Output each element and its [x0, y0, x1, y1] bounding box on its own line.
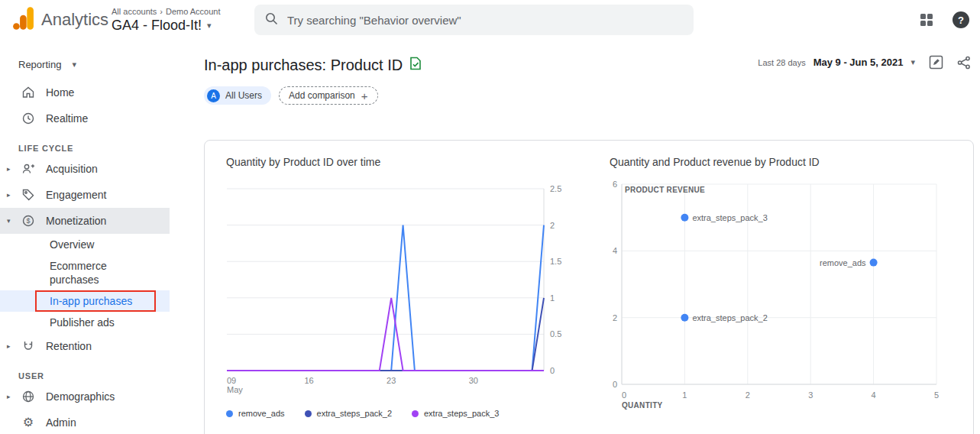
line-chart-panel: Quantity by Product ID over time 00.511.… [226, 156, 570, 434]
analytics-logo[interactable]: Analytics [0, 6, 112, 34]
date-preset-label: Last 28 days [758, 58, 805, 67]
segment-chip-all-users[interactable]: A All Users [204, 86, 271, 105]
plus-icon: + [361, 89, 368, 102]
chart-title: Quantity and Product revenue by Product … [610, 156, 953, 169]
breadcrumb-all-accounts[interactable]: All accounts [112, 7, 157, 16]
sidebar-item-label: Overview [50, 238, 94, 251]
sidebar-item-acquisition[interactable]: ▸ Acquisition [0, 156, 170, 182]
sidebar-item-home[interactable]: Home [0, 79, 170, 105]
sidebar-item-admin[interactable]: ⚙ Admin [0, 410, 170, 434]
sidebar-item-demographics[interactable]: ▸ Demographics [0, 384, 170, 410]
svg-text:5: 5 [934, 390, 939, 400]
share-icon[interactable] [957, 56, 971, 70]
chevron-down-icon: ▾ [7, 217, 11, 225]
sidebar: Reporting ▾ Home Realtime LIFE CYCLE ▸ [0, 40, 170, 434]
section-life-cycle: LIFE CYCLE [0, 141, 170, 156]
avatar: A [207, 89, 220, 102]
chevron-right-icon: ▸ [7, 342, 11, 350]
sidebar-item-retention[interactable]: ▸ Retention [0, 333, 170, 359]
svg-text:2: 2 [550, 221, 555, 230]
add-comparison-button[interactable]: Add comparison + [279, 86, 377, 105]
sidebar-item-label: Realtime [46, 112, 88, 125]
svg-text:0.5: 0.5 [550, 329, 561, 338]
add-comparison-label: Add comparison [289, 90, 355, 101]
svg-text:2: 2 [746, 390, 750, 400]
svg-text:30: 30 [469, 376, 478, 385]
top-header: Analytics All accounts › Demo Account GA… [0, 0, 980, 40]
analytics-logo-icon [12, 6, 35, 34]
sidebar-item-in-app-purchases[interactable]: In-app purchases [0, 290, 170, 312]
data-quality-icon[interactable] [409, 57, 422, 74]
svg-text:0: 0 [613, 380, 617, 389]
sidebar-item-engagement[interactable]: ▸ Engagement [0, 182, 170, 208]
clock-icon [21, 112, 35, 125]
chart-title: Quantity by Product ID over time [226, 156, 570, 169]
retention-icon [21, 339, 35, 353]
chevron-down-icon: ▾ [72, 60, 76, 70]
svg-text:1: 1 [550, 293, 555, 303]
breadcrumb: All accounts › Demo Account [112, 7, 249, 16]
page-title-text: In-app purchases: Product ID [204, 57, 403, 74]
svg-text:0: 0 [622, 390, 626, 400]
sidebar-item-label: Home [46, 86, 74, 99]
report-mode-selector[interactable]: Reporting ▾ [0, 52, 170, 76]
scatter-chart: 0246012345PRODUCT REVENUEQUANTITYextra_s… [610, 177, 953, 415]
date-range-value: May 9 - Jun 5, 2021 [813, 57, 904, 68]
svg-text:1: 1 [682, 390, 687, 400]
monetization-icon: $ [21, 214, 35, 228]
chevron-down-icon: ▾ [207, 21, 212, 31]
legend-dot-icon [305, 410, 312, 417]
apps-grid-icon[interactable] [920, 14, 933, 26]
sidebar-item-label: Ecommerce purchases [50, 260, 107, 286]
sidebar-item-monetization[interactable]: ▾ $ Monetization [0, 208, 170, 234]
search-input[interactable] [287, 14, 683, 27]
chart-legend: remove_adsextra_steps_pack_2extra_steps_… [226, 409, 570, 418]
acquisition-icon [21, 162, 35, 176]
sidebar-item-label: Engagement [46, 189, 106, 201]
sidebar-item-realtime[interactable]: Realtime [0, 105, 170, 131]
sidebar-item-label: Admin [46, 416, 76, 429]
breadcrumb-demo-account[interactable]: Demo Account [166, 7, 221, 16]
legend-item: extra_steps_pack_3 [412, 409, 499, 418]
account-area: All accounts › Demo Account GA4 - Flood-… [112, 7, 249, 34]
section-user: USER [0, 368, 170, 384]
main-content: In-app purchases: Product ID Last 28 day… [170, 40, 980, 434]
sidebar-item-ecommerce-purchases[interactable]: Ecommerce purchases [0, 255, 170, 290]
customize-report-icon[interactable] [929, 55, 943, 70]
property-selector[interactable]: GA4 - Flood-It! ▾ [112, 18, 249, 34]
chevron-right-icon: ▸ [7, 393, 11, 400]
report-actions: Last 28 days May 9 - Jun 5, 2021 ▾ [758, 55, 971, 70]
date-range-picker[interactable]: Last 28 days May 9 - Jun 5, 2021 ▾ [758, 57, 915, 68]
segment-label: All Users [225, 90, 262, 101]
search-bar[interactable] [254, 5, 694, 35]
svg-text:2: 2 [613, 313, 617, 322]
topbar-right: ? [920, 0, 969, 40]
chevron-right-icon: ▸ [7, 165, 11, 173]
svg-text:May: May [227, 385, 243, 394]
search-icon [265, 12, 278, 28]
svg-text:4: 4 [613, 246, 617, 255]
gear-icon: ⚙ [21, 416, 35, 429]
svg-text:3: 3 [808, 390, 813, 400]
svg-text:1.5: 1.5 [550, 257, 561, 266]
app-name: Analytics [41, 10, 108, 30]
svg-text:remove_ads: remove_ads [820, 258, 866, 267]
svg-text:6: 6 [613, 180, 617, 189]
comparison-chips: A All Users Add comparison + [204, 86, 974, 105]
svg-text:0: 0 [550, 366, 555, 375]
sidebar-item-label: Monetization [46, 215, 106, 227]
sidebar-item-overview[interactable]: Overview [0, 234, 170, 255]
svg-text:09: 09 [227, 376, 236, 385]
legend-item: remove_ads [226, 409, 285, 418]
mode-label: Reporting [18, 59, 61, 70]
sidebar-item-label: Retention [46, 340, 92, 352]
help-icon[interactable]: ? [953, 11, 969, 28]
svg-text:$: $ [26, 217, 30, 225]
sidebar-item-publisher-ads[interactable]: Publisher ads [0, 312, 170, 333]
svg-text:extra_steps_pack_2: extra_steps_pack_2 [692, 313, 767, 322]
sidebar-item-label: Publisher ads [50, 316, 115, 329]
chevron-down-icon: ▾ [910, 57, 915, 67]
svg-text:23: 23 [387, 376, 396, 385]
engagement-icon [21, 188, 35, 202]
scatter-chart-panel: Quantity and Product revenue by Product … [610, 156, 953, 434]
